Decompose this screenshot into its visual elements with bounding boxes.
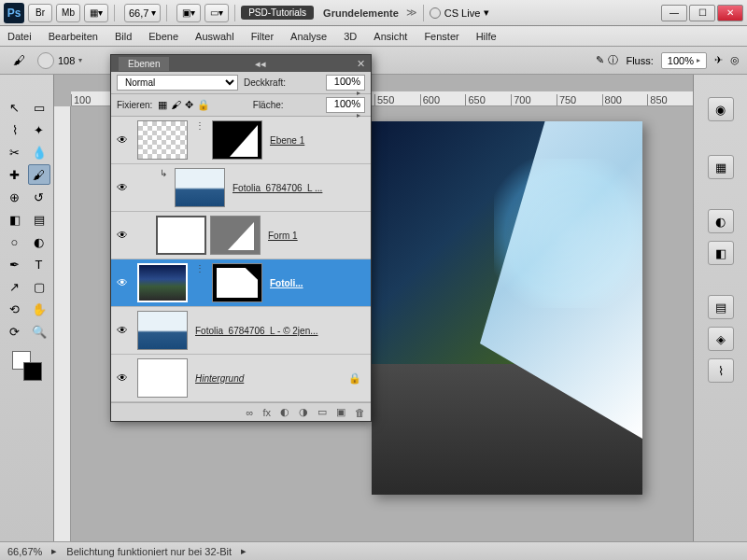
eyedropper-tool[interactable]: 💧: [28, 142, 50, 162]
rotate-tool[interactable]: ⟳: [4, 321, 26, 342]
menu-bild[interactable]: Bild: [115, 31, 132, 42]
blend-mode-select[interactable]: Normal: [117, 75, 238, 91]
channels-panel-icon[interactable]: ◈: [708, 327, 734, 351]
new-group-icon[interactable]: ▭: [317, 406, 327, 418]
blur-tool[interactable]: ○: [4, 231, 26, 252]
menu-analyse[interactable]: Analyse: [290, 31, 327, 42]
layer-row-5[interactable]: 👁 Fotolia_6784706_L - © 2jen...: [111, 307, 371, 355]
history-brush-tool[interactable]: ↺: [28, 187, 50, 207]
crop-tool[interactable]: ✂: [4, 142, 26, 162]
shape-tool[interactable]: ▢: [28, 276, 50, 297]
workspace-label[interactable]: Grundelemente: [323, 7, 399, 19]
lock-paint-icon[interactable]: 🖌: [171, 99, 181, 111]
mask-thumb[interactable]: [212, 263, 262, 302]
3d-tool[interactable]: ⟲: [4, 299, 26, 319]
minibridge-button[interactable]: Mb: [56, 4, 80, 22]
maximize-button[interactable]: ☐: [689, 5, 715, 21]
layers-tab[interactable]: Ebenen: [119, 57, 169, 71]
layer-row-6[interactable]: 👁 Hintergrund 🔒: [111, 355, 371, 402]
tablet-opacity-icon[interactable]: ◎: [730, 54, 740, 66]
color-panel-icon[interactable]: ◉: [708, 97, 734, 121]
status-arrow-icon[interactable]: ▸: [51, 545, 57, 557]
layer-thumb[interactable]: [156, 216, 206, 255]
color-swatches[interactable]: [12, 351, 42, 381]
panel-tabbar[interactable]: Ebenen ◂◂ ✕: [111, 55, 371, 72]
lasso-tool[interactable]: ⌇: [4, 119, 26, 140]
wand-tool[interactable]: ✦: [28, 119, 50, 140]
menu-auswahl[interactable]: Auswahl: [195, 31, 234, 42]
layer-thumb[interactable]: [137, 311, 188, 350]
layer-thumb[interactable]: [137, 358, 188, 398]
hand-tool[interactable]: ✋: [28, 299, 50, 319]
lock-all-icon[interactable]: 🔒: [197, 99, 210, 111]
zoom-tool[interactable]: 🔍: [28, 321, 50, 342]
dodge-tool[interactable]: ◐: [28, 231, 50, 252]
layer-name[interactable]: Ebene 1: [270, 135, 304, 146]
visibility-toggle[interactable]: 👁: [111, 324, 134, 337]
trash-icon[interactable]: 🗑: [355, 407, 365, 418]
adjustment-layer-icon[interactable]: ◑: [299, 406, 308, 418]
document-canvas[interactable]: [372, 121, 642, 495]
brush-tool[interactable]: 🖌: [28, 164, 50, 185]
menu-filter[interactable]: Filter: [251, 31, 274, 42]
stamp-tool[interactable]: ⊕: [4, 187, 26, 207]
fill-field[interactable]: 100% ▸: [326, 97, 365, 113]
layer-name[interactable]: Fotolia_6784706_L - © 2jen...: [195, 326, 318, 336]
link-layers-icon[interactable]: ∞: [247, 407, 254, 418]
tablet-pressure-icon[interactable]: ✎: [596, 54, 604, 66]
menu-fenster[interactable]: Fenster: [424, 31, 458, 42]
eraser-tool[interactable]: ◧: [4, 209, 26, 230]
layer-name[interactable]: Fotolia_6784706_L ...: [233, 183, 322, 193]
move-tool[interactable]: ↖: [4, 97, 26, 118]
lock-position-icon[interactable]: ✥: [185, 99, 193, 111]
zoom-level-field[interactable]: 66,7 ▾: [124, 4, 161, 22]
menu-ebene[interactable]: Ebene: [148, 31, 178, 42]
ruler-vertical[interactable]: [54, 106, 71, 541]
visibility-toggle[interactable]: 👁: [111, 276, 134, 289]
psd-tutorials-badge[interactable]: PSD-Tutorials: [241, 6, 314, 20]
airbrush-toggle-icon[interactable]: ✈: [714, 54, 723, 66]
layer-row-3[interactable]: 👁 Form 1: [111, 212, 371, 259]
layer-row-4[interactable]: 👁 ⋮ Fotoli...: [111, 259, 371, 307]
workspace-more-icon[interactable]: ≫: [406, 7, 417, 19]
layer-name[interactable]: Form 1: [268, 231, 298, 241]
visibility-toggle[interactable]: 👁: [111, 133, 134, 147]
panel-close-icon[interactable]: ✕: [352, 58, 371, 70]
close-button[interactable]: ✕: [717, 5, 743, 21]
cslive-button[interactable]: CS Live▾: [430, 7, 490, 19]
layer-name[interactable]: Fotoli...: [270, 278, 303, 288]
visibility-toggle[interactable]: 👁: [111, 181, 134, 194]
lock-transparency-icon[interactable]: ▦: [158, 99, 167, 111]
menu-3d[interactable]: 3D: [344, 31, 357, 42]
menu-ansicht[interactable]: Ansicht: [374, 31, 407, 42]
minimize-button[interactable]: —: [661, 5, 687, 21]
mask-thumb[interactable]: [212, 120, 262, 160]
arrange-button[interactable]: ▣▾: [176, 4, 201, 22]
background-swatch[interactable]: [23, 362, 42, 381]
gradient-tool[interactable]: ▤: [28, 209, 50, 230]
layer-thumb[interactable]: [137, 120, 188, 160]
menu-hilfe[interactable]: Hilfe: [476, 31, 497, 42]
layer-name[interactable]: Hintergrund: [195, 373, 244, 384]
visibility-toggle[interactable]: 👁: [111, 371, 134, 385]
pen-tool[interactable]: ✒: [4, 254, 26, 274]
paths-panel-icon[interactable]: ⌇: [708, 358, 734, 383]
status-arrow-icon[interactable]: ▸: [241, 545, 247, 557]
vector-mask-thumb[interactable]: [210, 216, 261, 255]
add-mask-icon[interactable]: ◐: [280, 406, 289, 418]
marquee-tool[interactable]: ▭: [28, 97, 50, 118]
brush-preset[interactable]: 108 ▾: [37, 52, 82, 69]
layer-thumb[interactable]: [175, 168, 225, 207]
menu-datei[interactable]: Datei: [7, 31, 32, 42]
current-tool-icon[interactable]: 🖌: [7, 50, 30, 71]
panel-collapse-icon[interactable]: ◂◂: [251, 58, 270, 70]
layer-thumb[interactable]: [137, 263, 188, 302]
new-layer-icon[interactable]: ▣: [336, 406, 345, 418]
swatches-panel-icon[interactable]: ▦: [708, 155, 734, 179]
path-tool[interactable]: ↗: [4, 276, 26, 297]
fx-icon[interactable]: fx: [262, 407, 271, 418]
adjust-panel-icon[interactable]: ◐: [708, 209, 734, 233]
layers-panel-icon[interactable]: ▤: [708, 295, 734, 319]
visibility-toggle[interactable]: 👁: [111, 229, 134, 242]
healing-tool[interactable]: ✚: [4, 164, 26, 185]
